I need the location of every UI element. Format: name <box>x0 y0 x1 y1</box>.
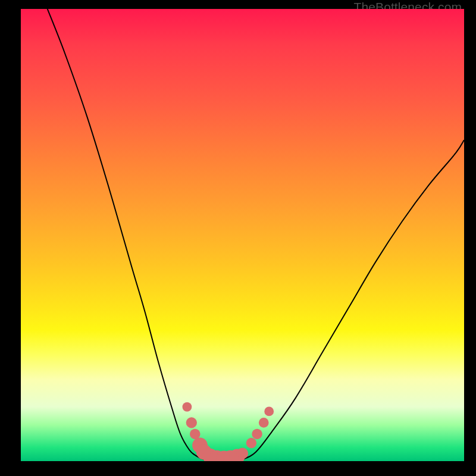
marker-dot <box>182 402 192 412</box>
marker-dot <box>252 429 262 439</box>
marker-dot <box>259 418 269 428</box>
bottleneck-curve <box>48 9 464 461</box>
marker-dot <box>190 429 200 439</box>
marker-dot <box>237 448 248 459</box>
marker-dot <box>264 406 274 416</box>
data-curves <box>48 9 464 461</box>
marker-cluster <box>182 402 274 461</box>
chart-svg <box>21 9 464 461</box>
chart-frame <box>21 9 464 461</box>
marker-dot <box>186 417 197 428</box>
marker-dot <box>246 438 256 448</box>
